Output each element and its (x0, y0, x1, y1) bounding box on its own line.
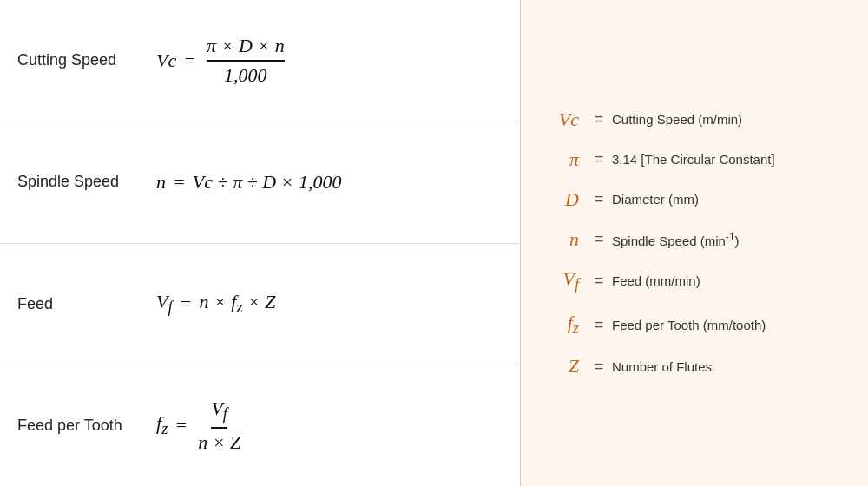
legend-desc-pi: 3.14 [The Circular Constant] (612, 152, 851, 167)
legend-row-vf: Vf = Feed (mm/min) (538, 259, 851, 303)
feed-label: Feed (17, 295, 156, 313)
fz-var: fz (156, 412, 168, 438)
legend-symbol-z: Z (538, 355, 586, 378)
legend-desc-vf: Feed (mm/min) (612, 273, 851, 288)
legend-desc-d: Diameter (mm) (612, 192, 851, 207)
legend-equals-d: = (586, 190, 612, 208)
feed-formula: Vf = n × fz × Z (156, 291, 276, 317)
vf-var: Vf (156, 291, 173, 317)
legend-equals-vc: = (586, 110, 612, 128)
vc-var: Vc (156, 49, 176, 72)
vc-numerator: π × D × n (207, 35, 285, 62)
legend-desc-z: Number of Flutes (612, 359, 851, 374)
spindle-speed-row: Spindle Speed n = Vc ÷ π ÷ D × 1,000 (0, 122, 520, 243)
legend-symbol-d: D (538, 188, 586, 211)
legend-desc-vc: Cutting Speed (m/min) (612, 112, 851, 127)
n-var: n (156, 171, 166, 194)
feed-per-tooth-formula: fz = Vf n × Z (156, 397, 244, 453)
equals-1: = (183, 49, 196, 72)
legend-symbol-vc: Vc (538, 108, 586, 131)
legend-symbol-pi: π (538, 148, 586, 171)
spindle-speed-label: Spindle Speed (17, 173, 156, 191)
vc-fraction: π × D × n 1,000 (207, 35, 285, 87)
legend-row-pi: π = 3.14 [The Circular Constant] (538, 140, 851, 180)
left-panel: Cutting Speed Vc = π × D × n 1,000 Spind… (0, 0, 521, 486)
equals-2: = (173, 171, 186, 194)
legend-symbol-vf: Vf (538, 268, 586, 294)
legend-symbol-n: n (538, 228, 586, 251)
spindle-speed-formula: n = Vc ÷ π ÷ D × 1,000 (156, 171, 341, 194)
legend-equals-vf: = (586, 272, 612, 290)
spindle-eq: Vc ÷ π ÷ D × 1,000 (193, 171, 342, 194)
legend-row-d: D = Diameter (mm) (538, 180, 851, 220)
feed-eq: n × fz × Z (199, 291, 275, 317)
cutting-speed-formula: Vc = π × D × n 1,000 (156, 35, 288, 87)
legend-desc-fz: Feed per Tooth (mm/tooth) (612, 318, 851, 332)
equals-4: = (174, 414, 187, 437)
cutting-speed-label: Cutting Speed (17, 51, 156, 69)
legend-equals-fz: = (586, 316, 612, 334)
feed-per-tooth-label: Feed per Tooth (17, 417, 156, 435)
legend-desc-n: Spindle Speed (min-1) (612, 231, 851, 248)
fz-numerator: Vf (211, 397, 227, 428)
feed-row: Feed Vf = n × fz × Z (0, 244, 520, 365)
equals-3: = (180, 292, 193, 315)
fz-fraction: Vf n × Z (198, 397, 240, 453)
vc-denominator: 1,000 (224, 62, 267, 87)
legend-symbol-fz: fz (538, 312, 586, 338)
legend-row-fz: fz = Feed per Tooth (mm/tooth) (538, 303, 851, 346)
feed-per-tooth-row: Feed per Tooth fz = Vf n × Z (0, 365, 520, 486)
legend-equals-z: = (586, 358, 612, 376)
legend-row-z: Z = Number of Flutes (538, 346, 851, 386)
fz-denominator: n × Z (198, 429, 240, 454)
legend-equals-n: = (586, 230, 612, 248)
legend-row-vc: Vc = Cutting Speed (m/min) (538, 100, 851, 140)
legend-equals-pi: = (586, 150, 612, 168)
cutting-speed-row: Cutting Speed Vc = π × D × n 1,000 (0, 0, 520, 122)
right-panel: Vc = Cutting Speed (m/min) π = 3.14 [The… (521, 0, 868, 486)
legend-row-n: n = Spindle Speed (min-1) (538, 220, 851, 259)
